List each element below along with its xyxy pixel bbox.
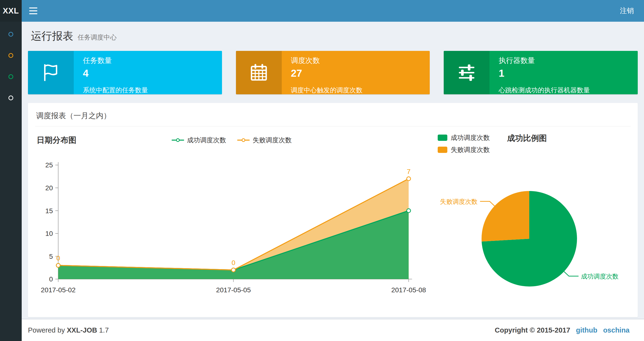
info-box-description: 系统中配置的任务数量: [83, 86, 215, 94]
info-box-value: 1: [499, 68, 631, 79]
svg-text:0: 0: [56, 254, 60, 262]
github-link[interactable]: github: [576, 326, 598, 334]
svg-text:失败调度次数: 失败调度次数: [440, 198, 478, 205]
circle-icon: [8, 74, 13, 79]
info-box-executors: 执行器数量 1 心跳检测成功的执行器机器数量: [444, 51, 638, 94]
sidebar-item-report[interactable]: [0, 24, 22, 45]
top-navbar: XXL 注销: [0, 0, 644, 22]
svg-text:25: 25: [45, 161, 53, 169]
line-series-icon: [172, 140, 184, 141]
info-box-value: 27: [291, 68, 423, 79]
info-box-value: 4: [83, 68, 215, 79]
line-series-icon: [237, 140, 250, 141]
sliders-icon: [456, 62, 477, 83]
date-distribution-section: 日期分布图 成功调度次数 失败调度次数 05101520252017-05-02…: [35, 133, 428, 310]
svg-text:15: 15: [45, 207, 53, 215]
info-box-title: 任务数量: [83, 56, 215, 66]
line-chart-legend: 成功调度次数 失败调度次数: [172, 136, 292, 144]
report-panel-title: 调度报表（一月之内）: [35, 109, 630, 127]
circle-icon: [8, 53, 13, 58]
summary-boxes: 任务数量 4 系统中配置的任务数量 调度次数 27 调度中心触发的调度次数: [28, 51, 638, 94]
svg-text:0: 0: [49, 275, 53, 283]
sidebar-toggle-button[interactable]: [22, 0, 45, 22]
svg-text:10: 10: [45, 230, 53, 237]
page-header: 运行报表 任务调度中心: [31, 29, 638, 43]
swatch-icon: [438, 147, 447, 153]
info-box-title: 执行器数量: [499, 56, 631, 66]
report-panel: 调度报表（一月之内） 日期分布图 成功调度次数 失败调度次数: [28, 103, 638, 317]
info-box-title: 调度次数: [291, 56, 423, 66]
powered-by: Powered by XXL-JOB 1.7: [28, 326, 109, 334]
svg-text:2017-05-05: 2017-05-05: [216, 286, 251, 294]
app-logo[interactable]: XXL: [0, 0, 22, 22]
page-subtitle: 任务调度中心: [78, 33, 117, 42]
date-distribution-chart[interactable]: 05101520252017-05-022017-05-052017-05-08…: [35, 152, 428, 309]
hamburger-icon: [29, 8, 37, 9]
page-footer: Powered by XXL-JOB 1.7 Copyright © 2015-…: [22, 319, 644, 341]
flag-icon: [40, 62, 61, 83]
sidebar-item-logs[interactable]: [0, 66, 22, 87]
copyright-text: Copyright © 2015-2017: [495, 326, 570, 334]
calendar-icon: [248, 62, 269, 83]
legend-item-fail[interactable]: 失败调度次数: [438, 145, 490, 154]
success-ratio-section: 成功调度次数 失败调度次数 成功比例图 成功调度次数失败调度次数: [438, 133, 630, 310]
circle-icon: [8, 32, 13, 37]
pie-chart-legend: 成功调度次数 失败调度次数: [438, 133, 490, 154]
swatch-icon: [438, 135, 447, 141]
legend-item-success[interactable]: 成功调度次数: [438, 133, 490, 142]
sidebar: [0, 22, 22, 341]
sidebar-item-jobs[interactable]: [0, 45, 22, 66]
legend-item-success[interactable]: 成功调度次数: [172, 136, 226, 144]
legend-item-fail[interactable]: 失败调度次数: [237, 136, 292, 144]
info-box-description: 调度中心触发的调度次数: [291, 86, 423, 94]
svg-text:20: 20: [45, 184, 53, 192]
info-box-triggers: 调度次数 27 调度中心触发的调度次数: [236, 51, 430, 94]
info-box-description: 心跳检测成功的执行器机器数量: [499, 86, 631, 94]
logout-link[interactable]: 注销: [610, 0, 644, 22]
circle-icon: [8, 96, 13, 100]
svg-text:0: 0: [232, 259, 236, 266]
pie-chart-title: 成功比例图: [506, 133, 547, 144]
line-chart-title: 日期分布图: [35, 135, 76, 146]
info-box-jobs: 任务数量 4 系统中配置的任务数量: [28, 51, 222, 94]
oschina-link[interactable]: oschina: [603, 326, 630, 334]
svg-text:2017-05-02: 2017-05-02: [41, 286, 76, 294]
page-title: 运行报表: [31, 29, 73, 43]
svg-text:成功调度次数: 成功调度次数: [581, 273, 618, 280]
main-content: 运行报表 任务调度中心 任务数量 4 系统中配置的任务数量: [22, 22, 644, 319]
svg-text:7: 7: [407, 168, 411, 175]
success-ratio-chart[interactable]: 成功调度次数失败调度次数: [438, 156, 630, 310]
svg-text:5: 5: [49, 252, 53, 260]
sidebar-item-executors[interactable]: [0, 87, 22, 109]
svg-text:2017-05-08: 2017-05-08: [391, 286, 426, 294]
